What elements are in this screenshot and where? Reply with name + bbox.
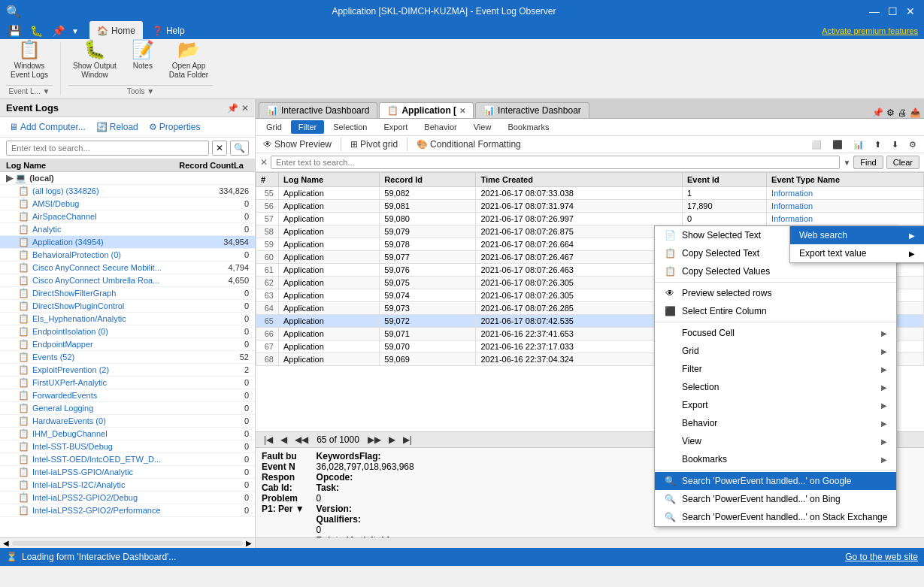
tree-node-application[interactable]: 📋 Application (34954) 34,954: [0, 236, 255, 249]
ctx-export[interactable]: Export ▶: [655, 396, 896, 414]
panel-icons-right[interactable]: ⚙: [886, 107, 895, 118]
panel-pin-right[interactable]: 📌: [872, 107, 883, 118]
sub-ctx-web-search[interactable]: Web search ▶: [790, 226, 924, 244]
qa-dropdown[interactable]: ▼: [71, 27, 79, 35]
tree-node-amsi[interactable]: 📋 AMSI/Debug 0: [0, 198, 255, 210]
show-output-window-btn[interactable]: 🐛 Show OutputWindow: [68, 37, 121, 82]
tree-node-intelia2[interactable]: 📋 Intel-iaLPSS-I2C/Analytic 0: [0, 479, 255, 492]
col-header-eventtype[interactable]: Event Type Name: [767, 173, 924, 187]
qa-save[interactable]: 💾: [6, 25, 23, 37]
qa-icon2[interactable]: 🐛: [28, 25, 45, 37]
page-next[interactable]: ▶: [386, 434, 398, 445]
notes-btn[interactable]: 📝 Notes: [124, 37, 162, 73]
grid-search-dropdown[interactable]: ▼: [843, 159, 850, 167]
premium-link[interactable]: Activate premium features: [822, 26, 918, 35]
grid-tool-2[interactable]: ⬛: [828, 138, 847, 151]
ctx-search-bing[interactable]: 🔍 Search 'PowerEvent handled...' on Bing: [655, 490, 896, 508]
grid-tool-1[interactable]: ⬜: [807, 138, 826, 151]
tree-node-alllogs[interactable]: 📋 (all logs) (334826) 334,826: [0, 185, 255, 198]
pivot-grid-btn[interactable]: ⊞ Pivot grid: [346, 138, 402, 151]
reload-btn[interactable]: 🔄 Reload: [93, 120, 141, 134]
tree-node-cisco2[interactable]: 📋 Cisco AnyConnect Umbrella Roa... 4,650: [0, 274, 255, 287]
page-prev[interactable]: ◀: [278, 434, 289, 445]
panel-print[interactable]: 🖨: [898, 107, 907, 118]
clear-btn[interactable]: Clear: [886, 156, 919, 169]
panel-close-btn[interactable]: ✕: [241, 103, 249, 113]
sub-tab-filter[interactable]: Filter: [291, 120, 324, 134]
open-app-data-btn[interactable]: 📂 Open AppData Folder: [165, 37, 213, 82]
page-next2[interactable]: ▶▶: [365, 434, 383, 445]
conditional-formatting-btn[interactable]: 🎨 Conditional Formatting: [412, 138, 526, 151]
tree-node-endpointmapper[interactable]: 📋 EndpointMapper 0: [0, 338, 255, 351]
ctx-selection[interactable]: Selection ▶: [655, 378, 896, 396]
ctx-search-stackexchange[interactable]: 🔍 Search 'PowerEvent handled...' on Stac…: [655, 508, 896, 526]
properties-btn[interactable]: ⚙ Properties: [146, 120, 204, 134]
qa-icon3[interactable]: 📌: [50, 25, 67, 37]
sub-tab-bookmarks[interactable]: Bookmarks: [500, 120, 556, 134]
grid-tool-5[interactable]: ⬇: [887, 138, 903, 151]
hscroll-left[interactable]: ◀: [3, 539, 9, 547]
tree-node-events[interactable]: 📋 Events (52) 52: [0, 351, 255, 364]
ctx-view[interactable]: View ▶: [655, 432, 896, 450]
search-input[interactable]: [6, 141, 209, 156]
tree-node-intelia3[interactable]: 📋 Intel-iaLPSS2-GPIO2/Debug 0: [0, 492, 255, 504]
tree-node-els[interactable]: 📋 Els_Hyphenation/Analytic 0: [0, 313, 255, 325]
tab-interactive-dashboard-1[interactable]: 📊 Interactive Dashboard: [259, 102, 377, 118]
sub-tab-behavior[interactable]: Behavior: [417, 120, 464, 134]
tree-node-directshow1[interactable]: 📋 DirectShowFilterGraph 0: [0, 287, 255, 300]
page-last[interactable]: ▶|: [401, 434, 414, 445]
ctx-filter[interactable]: Filter ▶: [655, 360, 896, 378]
add-computer-btn[interactable]: 🖥 Add Computer...: [6, 120, 89, 134]
tree-node-hardwareevents[interactable]: 📋 HardwareEvents (0) 0: [0, 415, 255, 428]
sub-tab-export[interactable]: Export: [377, 120, 416, 134]
ctx-search-google[interactable]: 🔍 Search 'PowerEvent handled...' on Goog…: [655, 472, 896, 490]
col-header-recordid[interactable]: Record Id: [380, 173, 476, 187]
sub-tab-selection[interactable]: Selection: [326, 120, 374, 134]
table-row[interactable]: 57 Application 59,080 2021-06-17 08:07:2…: [256, 213, 924, 225]
tree-node-cisco1[interactable]: 📋 Cisco AnyConnect Secure Mobilit... 4,7…: [0, 262, 255, 274]
status-right[interactable]: Go to the web site: [845, 552, 918, 562]
page-first[interactable]: |◀: [262, 434, 275, 445]
table-row[interactable]: 55 Application 59,082 2021-06-17 08:07:3…: [256, 187, 924, 200]
panel-export-right[interactable]: 📤: [910, 107, 921, 118]
search-clear-btn[interactable]: ✕: [212, 141, 227, 156]
ctx-grid[interactable]: Grid ▶: [655, 342, 896, 360]
tree-node-ihm[interactable]: 📋 IHM_DebugChannel 0: [0, 428, 255, 440]
find-btn[interactable]: Find: [853, 156, 883, 169]
tree-node-forwarded[interactable]: 📋 ForwardedEvents 0: [0, 389, 255, 402]
tab-interactive-dashboard-2[interactable]: 📊 Interactive Dashboar: [475, 102, 589, 118]
grid-search-clear[interactable]: ✕: [260, 157, 268, 168]
panel-pin-btn[interactable]: 📌: [227, 103, 238, 113]
tree-node-analytic[interactable]: 📋 Analytic 0: [0, 223, 255, 236]
ctx-copy-selected-values[interactable]: 📋 Copy Selected Values: [655, 262, 896, 280]
page-prev2[interactable]: ◀◀: [292, 434, 311, 445]
col-header-timecreated[interactable]: Time Created: [476, 173, 683, 187]
sub-ctx-export-text[interactable]: Export text value ▶: [790, 244, 924, 262]
maximize-button[interactable]: ☐: [885, 4, 900, 19]
tree-node-intelia1[interactable]: 📋 Intel-iaLPSS-GPIO/Analytic 0: [0, 466, 255, 479]
tree-node-exploit[interactable]: 📋 ExploitPrevention (2) 2: [0, 364, 255, 377]
tree-node-firstux[interactable]: 📋 FirstUXPerf-Analytic 0: [0, 377, 255, 389]
minimize-button[interactable]: —: [867, 4, 882, 19]
grid-search-input[interactable]: [271, 156, 840, 169]
col-header-logname[interactable]: Log Name: [279, 173, 380, 187]
tree-node-airspace[interactable]: 📋 AirSpaceChannel 0: [0, 210, 255, 223]
ctx-bookmarks[interactable]: Bookmarks ▶: [655, 450, 896, 468]
ctx-behavior[interactable]: Behavior ▶: [655, 414, 896, 432]
tree-node-intelsst2[interactable]: 📋 Intel-SST-OED/IntcOED_ETW_D... 0: [0, 453, 255, 466]
tree-node-behavioral[interactable]: 📋 BehavioralProtection (0) 0: [0, 249, 255, 262]
tree-node-local[interactable]: ▶ 💻 (local): [0, 172, 255, 185]
tree-node-generallogging[interactable]: 📋 General Logging 0: [0, 402, 255, 415]
show-preview-btn[interactable]: 👁 Show Preview: [259, 138, 336, 151]
ctx-select-entire-column[interactable]: ⬛ Select Entire Column: [655, 302, 896, 320]
ctx-focused-cell[interactable]: Focused Cell ▶: [655, 324, 896, 342]
tree-node-directshow2[interactable]: 📋 DirectShowPluginControl 0: [0, 300, 255, 313]
grid-tool-6[interactable]: ⚙: [904, 138, 921, 151]
tree-node-intelsstbus[interactable]: 📋 Intel-SST-BUS/Debug 0: [0, 440, 255, 453]
tree-node-endpointisolation[interactable]: 📋 EndpointIsolation (0) 0: [0, 325, 255, 338]
col-header-eventid[interactable]: Event Id: [682, 173, 766, 187]
sub-tab-grid[interactable]: Grid: [259, 120, 289, 134]
search-execute-btn[interactable]: 🔍: [230, 141, 249, 156]
close-button[interactable]: ✕: [903, 4, 918, 19]
grid-tool-3[interactable]: 📊: [849, 138, 868, 151]
